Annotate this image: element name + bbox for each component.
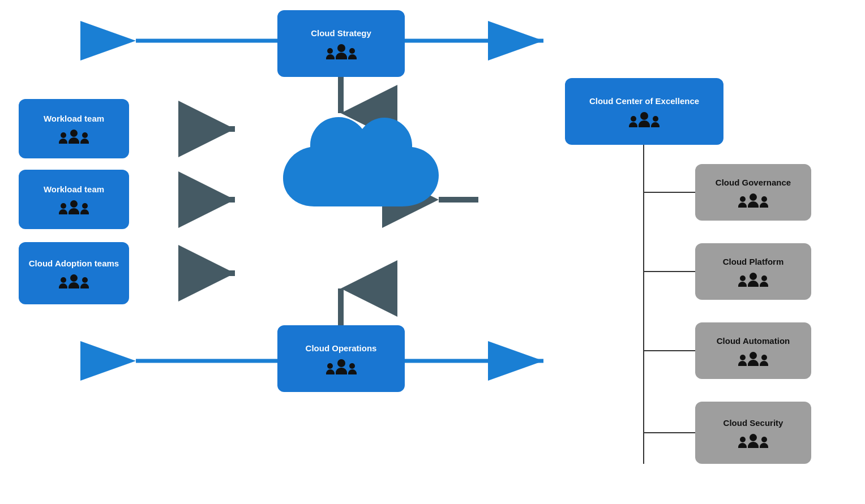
- person-icon: [738, 355, 747, 366]
- cloud-center-excellence-icon: [629, 112, 660, 127]
- person-icon: [59, 132, 67, 144]
- cloud-strategy-box: Cloud Strategy: [277, 10, 405, 77]
- cloud-strategy-label: Cloud Strategy: [311, 28, 371, 38]
- person-icon: [748, 352, 759, 366]
- cloud-shape: [243, 110, 442, 248]
- person-icon: [336, 359, 347, 374]
- cloud-strategy-icon: [326, 44, 357, 59]
- cloud-automation-label: Cloud Automation: [717, 336, 790, 346]
- cloud-center-excellence-box: Cloud Center of Excellence: [565, 78, 723, 145]
- person-icon: [80, 132, 89, 144]
- cloud-governance-label: Cloud Governance: [716, 178, 791, 188]
- person-icon: [68, 130, 79, 144]
- cloud-svg: [243, 110, 442, 246]
- cloud-adoption-teams-label: Cloud Adoption teams: [29, 259, 119, 269]
- workload-team-2-icon: [59, 200, 89, 214]
- person-icon: [348, 48, 357, 59]
- cloud-security-label: Cloud Security: [723, 418, 783, 428]
- workload-team-1-label: Workload team: [44, 114, 104, 124]
- person-icon: [760, 355, 768, 366]
- cloud-platform-label: Cloud Platform: [723, 257, 784, 267]
- cloud-automation-icon: [738, 352, 768, 366]
- cloud-operations-icon: [326, 359, 357, 374]
- person-icon: [326, 48, 335, 59]
- person-icon: [738, 196, 747, 208]
- person-icon: [651, 116, 660, 127]
- cloud-governance-box: Cloud Governance: [695, 164, 811, 221]
- person-icon: [68, 200, 79, 214]
- workload-team-2-box: Workload team: [19, 170, 129, 229]
- cloud-platform-icon: [738, 273, 768, 287]
- person-icon: [738, 437, 747, 448]
- cloud-adoption-icon: [59, 274, 89, 288]
- person-icon: [639, 112, 650, 127]
- person-icon: [348, 363, 357, 374]
- cloud-security-box: Cloud Security: [695, 402, 811, 464]
- person-icon: [748, 193, 759, 208]
- person-icon: [59, 203, 67, 214]
- cloud-automation-box: Cloud Automation: [695, 322, 811, 379]
- person-icon: [748, 434, 759, 448]
- person-icon: [80, 203, 89, 214]
- workload-team-1-icon: [59, 130, 89, 144]
- person-icon: [336, 44, 347, 59]
- cloud-operations-label: Cloud Operations: [306, 343, 377, 354]
- person-icon: [629, 116, 637, 127]
- person-icon: [760, 437, 768, 448]
- workload-team-1-box: Workload team: [19, 99, 129, 158]
- person-icon: [738, 275, 747, 287]
- person-icon: [760, 275, 768, 287]
- person-icon: [68, 274, 79, 288]
- person-icon: [748, 273, 759, 287]
- cloud-governance-icon: [738, 193, 768, 208]
- cloud-operations-box: Cloud Operations: [277, 325, 405, 392]
- person-icon: [59, 277, 67, 288]
- person-icon: [326, 363, 335, 374]
- diagram-container: Cloud Strategy Workload team Workload te…: [0, 0, 865, 504]
- person-icon: [760, 196, 768, 208]
- cloud-adoption-teams-box: Cloud Adoption teams: [19, 242, 129, 304]
- cloud-security-icon: [738, 434, 768, 448]
- cloud-platform-box: Cloud Platform: [695, 243, 811, 300]
- person-icon: [80, 277, 89, 288]
- cloud-center-excellence-label: Cloud Center of Excellence: [589, 96, 699, 106]
- workload-team-2-label: Workload team: [44, 184, 104, 195]
